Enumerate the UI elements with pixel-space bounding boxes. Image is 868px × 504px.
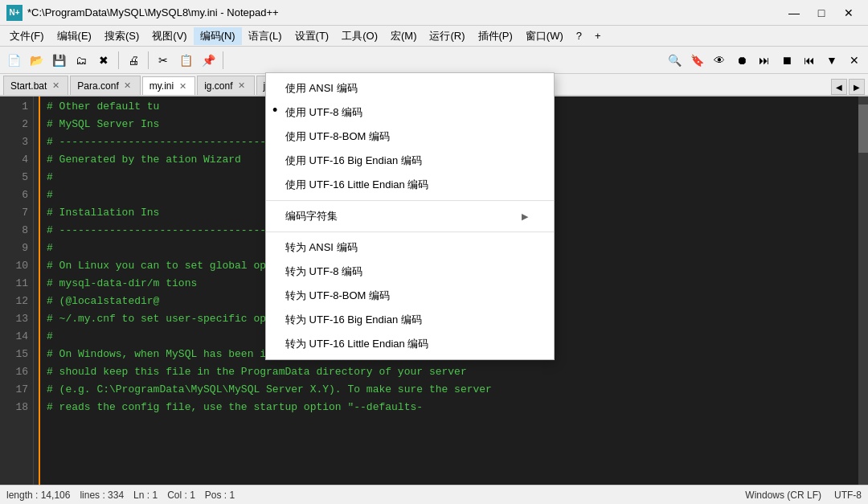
dropdown-menu: 使用 ANSI 编码 使用 UTF-8 编码 使用 UTF-8-BOM 编码 使… <box>265 72 555 360</box>
dropdown-sep1 <box>266 200 554 201</box>
encoding-utf16-le[interactable]: 使用 UTF-16 Little Endian 编码 <box>266 173 554 197</box>
submenu-arrow-icon: ▶ <box>522 211 528 222</box>
encoding-charset[interactable]: 编码字符集 ▶ <box>266 204 554 228</box>
encoding-utf8-bom-label: 使用 UTF-8-BOM 编码 <box>285 129 390 144</box>
encoding-ansi-label: 使用 ANSI 编码 <box>285 81 358 96</box>
encoding-utf8[interactable]: 使用 UTF-8 编码 <box>266 100 554 125</box>
convert-ansi[interactable]: 转为 ANSI 编码 <box>266 236 554 260</box>
encoding-utf8-bom[interactable]: 使用 UTF-8-BOM 编码 <box>266 125 554 149</box>
encoding-ansi[interactable]: 使用 ANSI 编码 <box>266 76 554 100</box>
convert-utf8-label: 转为 UTF-8 编码 <box>285 264 362 279</box>
convert-utf8[interactable]: 转为 UTF-8 编码 <box>266 260 554 284</box>
convert-utf16-le[interactable]: 转为 UTF-16 Little Endian 编码 <box>266 332 554 356</box>
convert-utf16-be[interactable]: 转为 UTF-16 Big Endian 编码 <box>266 308 554 332</box>
encoding-utf8-label: 使用 UTF-8 编码 <box>285 105 362 120</box>
convert-utf16-le-label: 转为 UTF-16 Little Endian 编码 <box>285 337 428 351</box>
encoding-utf16-le-label: 使用 UTF-16 Little Endian 编码 <box>285 178 428 192</box>
convert-ansi-label: 转为 ANSI 编码 <box>285 240 358 255</box>
dropdown-overlay: 使用 ANSI 编码 使用 UTF-8 编码 使用 UTF-8-BOM 编码 使… <box>0 0 868 504</box>
convert-utf8-bom[interactable]: 转为 UTF-8-BOM 编码 <box>266 284 554 308</box>
convert-utf16-be-label: 转为 UTF-16 Big Endian 编码 <box>285 313 422 327</box>
convert-utf8-bom-label: 转为 UTF-8-BOM 编码 <box>285 289 390 303</box>
dropdown-sep2 <box>266 232 554 232</box>
encoding-charset-label: 编码字符集 <box>285 209 338 223</box>
encoding-utf16-be[interactable]: 使用 UTF-16 Big Endian 编码 <box>266 149 554 173</box>
encoding-utf16-be-label: 使用 UTF-16 Big Endian 编码 <box>285 154 422 168</box>
